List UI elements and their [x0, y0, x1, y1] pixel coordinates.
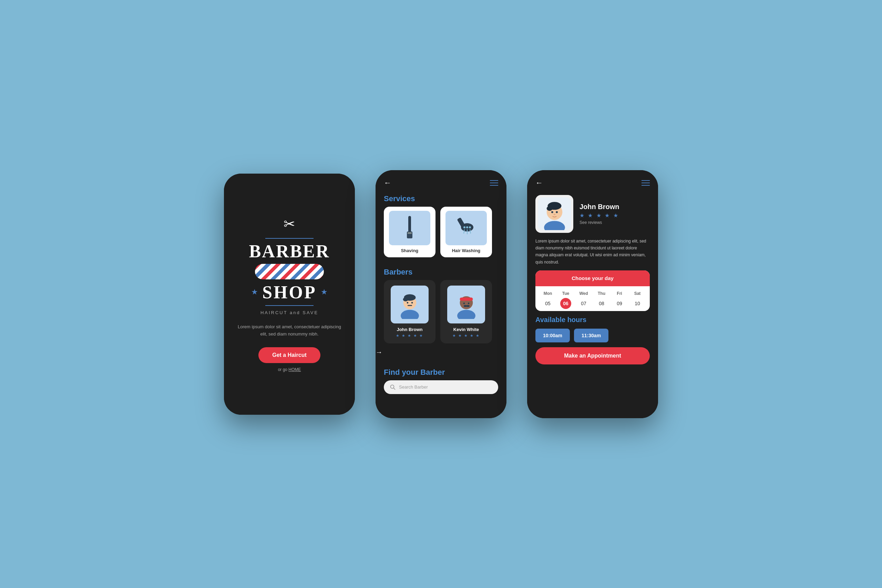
- detail-back-arrow-icon[interactable]: ←: [536, 178, 543, 188]
- svg-point-6: [466, 226, 468, 228]
- day-mon[interactable]: Mon 05: [542, 291, 554, 309]
- detail-hamburger-line-2: [642, 183, 650, 183]
- hamburger-line-1: [490, 180, 498, 181]
- star-right-icon: ★: [321, 288, 328, 297]
- star-left-icon: ★: [251, 288, 258, 297]
- hamburger-line-2: [490, 183, 498, 183]
- shower-icon: [454, 214, 478, 242]
- svg-point-5: [464, 226, 465, 228]
- hour-button-1000[interactable]: 10:00am: [536, 328, 570, 342]
- splash-screen: ✂ BARBER ★ SHOP ★ HAIRCUT and SAVE Lorem…: [224, 174, 355, 415]
- kevin-avatar-svg: [452, 290, 481, 319]
- svg-line-28: [394, 388, 396, 390]
- make-appointment-button[interactable]: Make an Appointment: [536, 347, 650, 364]
- day-fri-name: Fri: [617, 291, 622, 296]
- shop-word: SHOP: [262, 282, 316, 303]
- barber-description: Lorem ipsum dolor sit amet, consectetuer…: [527, 238, 658, 271]
- day-tue-name: Tue: [562, 291, 569, 296]
- day-mon-name: Mon: [544, 291, 552, 296]
- calendar-title: Choose your day: [572, 275, 614, 281]
- john-brown-avatar: [391, 285, 429, 324]
- hour-button-1130[interactable]: 11:30am: [574, 328, 609, 342]
- pole-stripes: [255, 264, 324, 279]
- svg-point-35: [556, 211, 558, 213]
- shaving-label: Shaving: [401, 248, 418, 253]
- divider-bottom: [265, 305, 314, 306]
- detail-hamburger-line-1: [642, 180, 650, 181]
- profile-avatar-svg: [538, 197, 571, 230]
- services-header: ←: [375, 170, 507, 192]
- day-thu-name: Thu: [598, 291, 605, 296]
- svg-point-7: [469, 226, 471, 228]
- find-barber-section: Find your Barber Search Barber: [375, 362, 507, 400]
- svg-point-15: [403, 298, 408, 302]
- hairwash-image: [446, 211, 487, 245]
- splash-lorem-text: Lorem ipsum dolor sit amet, consectetuer…: [234, 324, 345, 338]
- scroll-right-arrow[interactable]: →: [375, 348, 507, 360]
- day-tue[interactable]: Tue 06: [560, 291, 571, 309]
- kevin-white-stars: ★ ★ ★ ★ ★: [452, 333, 480, 338]
- calendar-header: Choose your day: [536, 270, 650, 286]
- day-wed[interactable]: Wed 07: [578, 291, 589, 309]
- detail-screen: ←: [527, 170, 658, 418]
- service-card-shaving[interactable]: Shaving: [384, 207, 435, 257]
- day-fri[interactable]: Fri 09: [614, 291, 625, 309]
- available-hours-title: Available hours: [536, 316, 650, 324]
- barbers-title: Barbers: [375, 265, 507, 280]
- barber-profile-image: [536, 195, 573, 233]
- day-sat-num: 10: [632, 298, 643, 309]
- profile-stars: ★ ★ ★ ★ ★: [579, 212, 620, 219]
- day-thu-num: 08: [596, 298, 607, 309]
- barber-card-kevin[interactable]: Kevin White ★ ★ ★ ★ ★: [440, 280, 492, 344]
- day-sat[interactable]: Sat 10: [632, 291, 643, 309]
- day-wed-num: 07: [578, 298, 589, 309]
- hamburger-line-3: [490, 185, 498, 186]
- barbers-section: Barbers: [375, 262, 507, 362]
- razor-icon: [399, 214, 420, 242]
- svg-rect-22: [460, 298, 473, 301]
- back-arrow-icon[interactable]: ←: [384, 178, 392, 188]
- svg-point-36: [554, 214, 555, 215]
- get-haircut-button[interactable]: Get a Haircut: [258, 347, 320, 363]
- svg-point-23: [463, 303, 465, 304]
- home-link[interactable]: HOME: [288, 367, 301, 372]
- day-wed-name: Wed: [579, 291, 588, 296]
- shaving-image: [389, 211, 430, 245]
- svg-point-26: [466, 305, 469, 307]
- divider-top: [265, 238, 314, 239]
- find-barber-title: Find your Barber: [384, 365, 498, 380]
- calendar-days: Mon 05 Tue 06 Wed 07 Thu 08: [536, 286, 650, 311]
- scissors-icon: ✂: [284, 216, 295, 232]
- svg-point-17: [411, 302, 413, 303]
- detail-hamburger-menu[interactable]: [642, 180, 650, 186]
- barber-title: BARBER: [249, 242, 330, 261]
- phone-services: ← Services: [375, 170, 507, 418]
- day-mon-num: 05: [542, 298, 554, 309]
- barber-profile-info: John Brown ★ ★ ★ ★ ★ See reviews: [579, 203, 620, 225]
- service-card-hairwash[interactable]: Hair Washing: [440, 207, 492, 257]
- day-fri-num: 09: [614, 298, 625, 309]
- calendar-widget: Choose your day Mon 05 Tue 06 Wed 07: [536, 270, 650, 311]
- svg-point-16: [406, 302, 408, 303]
- barbers-list: John Brown ★ ★ ★ ★ ★: [375, 280, 507, 348]
- day-tue-num: 06: [560, 298, 571, 309]
- svg-point-33: [546, 206, 552, 211]
- hairwash-label: Hair Washing: [452, 248, 481, 253]
- svg-rect-18: [407, 305, 412, 306]
- services-list: Shaving: [375, 207, 507, 262]
- barber-profile-name: John Brown: [579, 203, 620, 211]
- barber-card-john[interactable]: John Brown ★ ★ ★ ★ ★: [384, 280, 435, 344]
- search-icon: [390, 384, 396, 390]
- shop-row: ★ SHOP ★: [251, 282, 328, 303]
- day-thu[interactable]: Thu 08: [596, 291, 607, 309]
- see-reviews-link[interactable]: See reviews: [579, 220, 620, 225]
- svg-point-34: [551, 211, 554, 213]
- john-avatar-svg: [395, 290, 424, 319]
- or-home-text: or go HOME: [278, 367, 301, 372]
- hamburger-menu[interactable]: [490, 180, 498, 186]
- john-brown-name: John Brown: [396, 327, 422, 332]
- phones-container: ✂ BARBER ★ SHOP ★ HAIRCUT and SAVE Lorem…: [224, 170, 658, 418]
- search-box[interactable]: Search Barber: [384, 380, 498, 394]
- detail-hamburger-line-3: [642, 185, 650, 186]
- svg-point-27: [391, 385, 394, 388]
